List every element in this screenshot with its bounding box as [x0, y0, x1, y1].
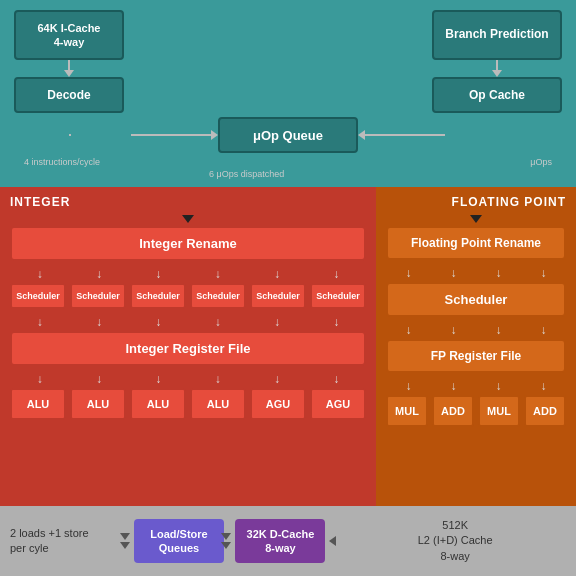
- int-rename-box: Integer Rename: [10, 226, 366, 261]
- fp-add-2: ADD: [524, 395, 566, 427]
- rename-arrows: ↓ ↓ ↓ ↓ ↓ ↓: [10, 267, 366, 281]
- scheduler-6: Scheduler: [310, 283, 366, 309]
- bottom-left-text: 2 loads +1 store per cyle: [10, 526, 110, 557]
- uops-label: μOps: [530, 157, 552, 167]
- alu-3: ALU: [130, 388, 186, 420]
- opcache-box: Op Cache: [432, 77, 562, 113]
- alu-2: ALU: [70, 388, 126, 420]
- fp-mul-1: MUL: [386, 395, 428, 427]
- fp-mul-2: MUL: [478, 395, 520, 427]
- bottom-section: 2 loads +1 store per cyle Load/Store Que…: [0, 506, 576, 576]
- schedulers-row: Scheduler Scheduler Scheduler Scheduler …: [10, 283, 366, 309]
- fp-rename-box: Floating Point Rename: [386, 226, 566, 260]
- agu-1: AGU: [250, 388, 306, 420]
- fp-regfile-arrows: ↓ ↓ ↓ ↓: [386, 379, 566, 393]
- bottom-right-text: 512K L2 (I+D) Cache 8-way: [344, 518, 566, 564]
- alu-row: ALU ALU ALU ALU AGU AGU: [10, 388, 366, 420]
- icache-box: 64K I-Cache 4-way: [14, 10, 124, 60]
- fp-scheduler-arrows: ↓ ↓ ↓ ↓: [386, 323, 566, 337]
- middle-section: INTEGER Integer Rename ↓ ↓ ↓ ↓ ↓ ↓ Sched…: [0, 187, 576, 506]
- integer-section: INTEGER Integer Rename ↓ ↓ ↓ ↓ ↓ ↓ Sched…: [0, 187, 376, 506]
- dcache-box: 32K D-Cache 8-way: [235, 519, 325, 564]
- right-column: Branch Prediction Op Cache: [432, 10, 562, 113]
- fp-add-1: ADD: [432, 395, 474, 427]
- uopqueue-box: μOp Queue: [218, 117, 358, 153]
- fp-scheduler-box: Scheduler: [386, 282, 566, 317]
- scheduler-1: Scheduler: [10, 283, 66, 309]
- regfile-arrows: ↓ ↓ ↓ ↓ ↓ ↓: [10, 372, 366, 386]
- integer-label: INTEGER: [10, 195, 366, 209]
- inst-cycle-label: 4 instructions/cycle: [24, 157, 100, 167]
- decode-box: Decode: [14, 77, 124, 113]
- scheduler-arrows: ↓ ↓ ↓ ↓ ↓ ↓: [10, 315, 366, 329]
- scheduler-3: Scheduler: [130, 283, 186, 309]
- top-section: 64K I-Cache 4-way Decode Branch Predicti…: [0, 0, 576, 187]
- left-column: 64K I-Cache 4-way Decode: [14, 10, 124, 113]
- scheduler-4: Scheduler: [190, 283, 246, 309]
- agu-2: AGU: [310, 388, 366, 420]
- fp-section: FLOATING POINT Floating Point Rename ↓ ↓…: [376, 187, 576, 506]
- fp-regfile-box: FP Register File: [386, 339, 566, 373]
- loadstore-box: Load/Store Queues: [134, 519, 224, 564]
- branch-box: Branch Prediction: [432, 10, 562, 60]
- alu-1: ALU: [10, 388, 66, 420]
- int-regfile-box: Integer Register File: [10, 331, 366, 366]
- alu-4: ALU: [190, 388, 246, 420]
- fp-label: FLOATING POINT: [386, 195, 566, 209]
- scheduler-2: Scheduler: [70, 283, 126, 309]
- fp-rename-arrows: ↓ ↓ ↓ ↓: [386, 266, 566, 280]
- dispatched-label: 6 μOps dispatched: [209, 169, 284, 179]
- scheduler-5: Scheduler: [250, 283, 306, 309]
- cpu-diagram: 64K I-Cache 4-way Decode Branch Predicti…: [0, 0, 576, 576]
- fp-units-row: MUL ADD MUL ADD: [386, 395, 566, 427]
